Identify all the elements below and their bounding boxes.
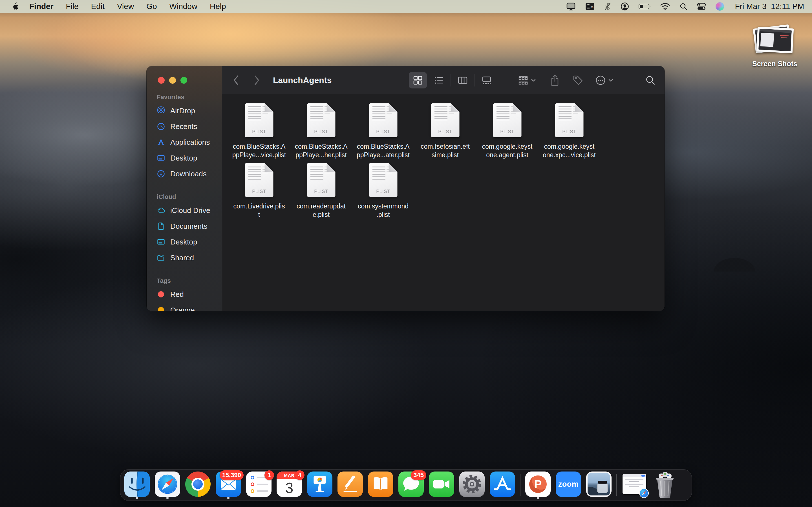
- dock-books[interactable]: [368, 471, 394, 500]
- sidebar-item-label: Recents: [170, 122, 197, 131]
- sidebar-item-tag-orange[interactable]: Orange: [147, 302, 222, 311]
- file-name: com.BlueStacks.AppPlaye...vice.plist: [232, 142, 286, 159]
- sidebar-item-downloads[interactable]: Downloads: [147, 166, 222, 182]
- sidebar-item-desktop-icloud[interactable]: Desktop: [147, 234, 222, 250]
- menu-item-finder[interactable]: Finder: [23, 0, 60, 13]
- menu-item-help[interactable]: Help: [204, 0, 232, 13]
- menu-item-file[interactable]: File: [60, 0, 85, 13]
- file-plist-5[interactable]: PLIST com.google.keystone.agent.plist: [476, 103, 538, 159]
- file-grid: PLIST com.BlueStacks.AppPlaye...vice.pli…: [228, 103, 603, 223]
- document-icon: [157, 222, 165, 230]
- sidebar-item-desktop[interactable]: Desktop: [147, 150, 222, 166]
- dock-trash[interactable]: [652, 471, 678, 500]
- share-button[interactable]: [550, 66, 560, 94]
- battery-icon[interactable]: [638, 0, 651, 13]
- file-name: com.BlueStacks.AppPlaye...her.plist: [295, 142, 348, 159]
- sidebar-section-favorites: Favorites: [147, 93, 222, 101]
- control-center-icon[interactable]: [697, 0, 706, 13]
- dock-reminders[interactable]: 1: [246, 471, 272, 500]
- dock-pages[interactable]: [337, 471, 363, 500]
- sidebar-item-tag-red[interactable]: Red: [147, 286, 222, 302]
- icon-view-button[interactable]: [409, 72, 427, 89]
- red-tag-dot-icon: [157, 290, 165, 298]
- menubar-clock[interactable]: Fri Mar 3 12:11 PM: [735, 2, 804, 11]
- file-plist-8[interactable]: PLIST com.readerupdate.plist: [290, 163, 352, 219]
- tags-button[interactable]: [572, 66, 583, 94]
- airdrop-icon: [157, 107, 165, 115]
- file-plist-6[interactable]: PLIST com.google.keystone.xpc...vice.pli…: [538, 103, 600, 159]
- download-circle-icon: [157, 170, 165, 178]
- dock-minimized-window[interactable]: [621, 471, 647, 500]
- dock-separator: [616, 474, 617, 496]
- group-by-control[interactable]: [518, 66, 536, 94]
- dock-calendar[interactable]: MAR 3 4: [276, 471, 302, 500]
- dock-safari[interactable]: [154, 471, 181, 500]
- jar-photo: [588, 473, 610, 496]
- sidebar-item-documents[interactable]: Documents: [147, 218, 222, 234]
- sidebar-item-recents[interactable]: Recents: [147, 119, 222, 134]
- siri-icon[interactable]: [716, 2, 724, 11]
- dock-powerpoint[interactable]: P: [525, 471, 551, 500]
- close-button[interactable]: [158, 77, 165, 83]
- search-button[interactable]: [645, 66, 656, 94]
- plist-type-label: PLIST: [245, 129, 273, 135]
- plist-file-icon: PLIST: [307, 103, 336, 137]
- plist-file-icon: PLIST: [493, 103, 522, 137]
- dock-keynote[interactable]: [307, 471, 333, 500]
- more-actions-button[interactable]: [595, 66, 613, 94]
- sidebar-item-icloud-drive[interactable]: iCloud Drive: [147, 203, 222, 218]
- file-plist-3[interactable]: PLIST com.BlueStacks.AppPlaye...ater.pli…: [352, 103, 414, 159]
- window-title: LaunchAgents: [273, 66, 332, 94]
- back-button[interactable]: [233, 66, 239, 94]
- jar-body: [597, 484, 608, 493]
- dock-app-store[interactable]: [490, 471, 515, 500]
- user-account-icon[interactable]: [620, 0, 629, 13]
- spotlight-search-icon[interactable]: [679, 0, 688, 13]
- plist-type-label: PLIST: [307, 189, 336, 194]
- keyboard-shortcuts-icon[interactable]: ⌘: [585, 0, 595, 13]
- menu-item-go[interactable]: Go: [140, 0, 163, 13]
- menu-item-view[interactable]: View: [111, 0, 140, 13]
- messages-badge: 345: [411, 470, 426, 480]
- dock-zoom[interactable]: zoom: [555, 471, 581, 500]
- list-view-button[interactable]: [430, 72, 448, 89]
- dock-finder[interactable]: [124, 471, 150, 500]
- menu-item-edit[interactable]: Edit: [85, 0, 111, 13]
- sidebar-item-airdrop[interactable]: AirDrop: [147, 103, 222, 119]
- system-settings-icon: [459, 471, 485, 497]
- menu-item-window[interactable]: Window: [163, 0, 204, 13]
- forward-button[interactable]: [254, 66, 260, 94]
- dock-facetime[interactable]: [428, 471, 455, 500]
- plist-type-label: PLIST: [369, 129, 398, 135]
- zoom-window-button[interactable]: [181, 77, 187, 83]
- dock-mail[interactable]: 15,390: [215, 471, 241, 500]
- display-icon[interactable]: [566, 0, 576, 13]
- file-plist-7[interactable]: PLIST com.Livedrive.plist: [228, 163, 290, 219]
- running-indicator: [537, 497, 539, 499]
- chrome-icon: [185, 471, 211, 497]
- sidebar-item-applications[interactable]: Applications: [147, 134, 222, 150]
- dock-chrome[interactable]: [185, 471, 211, 500]
- column-view-button[interactable]: [454, 72, 472, 89]
- apple-menu-icon[interactable]: [10, 2, 21, 11]
- dock-messages[interactable]: 345: [398, 471, 424, 500]
- screen-shots-stack[interactable]: Screen Shots: [744, 24, 805, 68]
- sidebar-item-label: Desktop: [170, 238, 197, 246]
- gallery-view-button[interactable]: [477, 72, 496, 89]
- wifi-icon[interactable]: [660, 0, 670, 13]
- file-plist-2[interactable]: PLIST com.BlueStacks.AppPlaye...her.plis…: [290, 103, 352, 159]
- dock-photo-jar-app[interactable]: [586, 471, 612, 500]
- dock-system-settings[interactable]: [459, 471, 485, 500]
- plist-file-icon: PLIST: [245, 163, 273, 197]
- pages-icon: [338, 471, 363, 497]
- chrome-blue-center: [193, 480, 203, 489]
- zoom-wordmark: zoom: [558, 480, 579, 489]
- file-plist-9[interactable]: PLIST com.systemmond.plist: [352, 163, 414, 219]
- bluetooth-off-icon[interactable]: [604, 0, 611, 13]
- file-plist-1[interactable]: PLIST com.BlueStacks.AppPlaye...vice.pli…: [228, 103, 290, 159]
- finder-window: Favorites AirDrop Recents Applications D…: [147, 66, 665, 311]
- screenshot-thumb-front: [756, 27, 794, 54]
- file-plist-4[interactable]: PLIST com.fsefosian.eftsime.plist: [414, 103, 476, 159]
- sidebar-item-shared[interactable]: Shared: [147, 250, 222, 266]
- minimize-button[interactable]: [169, 77, 176, 83]
